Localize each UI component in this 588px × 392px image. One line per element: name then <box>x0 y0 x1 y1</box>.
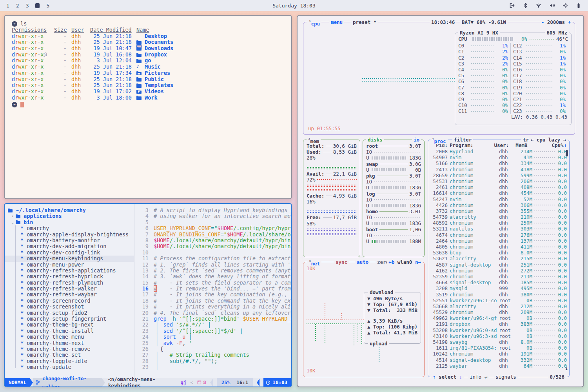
tree-item-omarchy-refresh-waybar[interactable]: *omarchy-refresh-waybar <box>5 292 134 298</box>
process-row[interactable]: 54907nvimdhh41M0.0 <box>430 154 567 160</box>
process-row[interactable]: 53638btopdhh8.0M0.0 <box>430 250 567 256</box>
tree-item-omarchy[interactable]: *omarchy <box>5 225 134 231</box>
preset-button[interactable]: preset * <box>351 19 378 25</box>
network-panel-title[interactable]: ³net <box>307 259 321 267</box>
cpu-temp: 46°C <box>556 36 568 42</box>
tree-item-omarchy-refresh-applications[interactable]: *omarchy-refresh-applications <box>5 268 134 274</box>
tree-item-omarchy-update[interactable]: *omarchy-update <box>5 364 134 370</box>
memory-panel-title[interactable]: ²mem <box>307 137 321 144</box>
wifi-icon[interactable] <box>535 2 542 9</box>
process-row[interactable]: 52551kworker/u96:1-coroot0B0.0 <box>430 298 567 303</box>
net-sync-button[interactable]: sync <box>334 259 349 265</box>
workspace-2[interactable]: 2 <box>16 3 19 9</box>
process-row[interactable]: 2413chromiumdhh438M0.0 <box>430 167 567 172</box>
process-row[interactable]: 2191dropboxdhh383M0.0 <box>430 321 567 327</box>
process-row[interactable]: 53211nautilusdhh303M0.0 <box>430 226 567 232</box>
tree-item-omarchy-setup-fido2[interactable]: *omarchy-setup-fido2 <box>5 310 134 316</box>
process-row[interactable]: 4162chromiumdhh272M0.0 <box>430 268 567 274</box>
prompt-line-2[interactable]: ➜ <box>12 102 284 108</box>
net-interface-switcher[interactable]: ←b wlan0 n→ <box>387 259 423 265</box>
file-size: - <box>54 52 67 58</box>
tree-item-omarchy-battery-monitor[interactable]: *omarchy-battery-monitor <box>5 238 134 243</box>
process-row[interactable]: 43140kworker/u96:3-sdroot0B0.0 <box>430 333 567 339</box>
tree-item-omarchy-menu-keybindings[interactable]: *omarchy-menu-keybindings <box>5 256 134 261</box>
process-row[interactable]: 49962kworker/u96:4-gfroot0B0.0 <box>430 315 567 321</box>
process-row[interactable]: 45529chromiumdhh209M0.0 <box>430 309 567 315</box>
tree-item-omarchy-refresh-walker[interactable]: *omarchy-refresh-walker <box>5 286 134 292</box>
process-row[interactable]: 48592chromiumdhh250M0.0 <box>430 220 567 226</box>
process-row[interactable]: 53208kworker/u96:0-sdroot0B0.0 <box>430 327 567 333</box>
process-row[interactable]: 16614chromiumdhh454M0.0 <box>430 190 567 196</box>
io-toggle[interactable]: io <box>412 137 421 143</box>
process-row[interactable]: 54531chromiumdhh206M0.0 <box>430 178 567 184</box>
process-row[interactable]: 4664signal-desktopdhh385M0.0 <box>430 279 567 285</box>
disks-title[interactable]: disks <box>366 137 384 143</box>
process-row[interactable]: 3732chromiumdhh355M0.0 <box>430 208 567 214</box>
process-row[interactable]: 53621alacrittydhh215M0.0 <box>430 256 567 261</box>
process-row[interactable]: 4805chromiumdhh411M0.0 <box>430 244 567 250</box>
process-row[interactable]: 54247nvimdhh52M0.0 <box>430 196 567 202</box>
battery-icon[interactable] <box>575 2 582 9</box>
code-line-29: 29 ▏ <box>134 364 292 370</box>
process-row[interactable]: 2461chromiumdhh408M0.0 <box>430 184 567 190</box>
process-row[interactable]: 52359chromiumdhh213M0.0 <box>430 274 567 279</box>
tree-item-omarchy-theme-remove[interactable]: *omarchy-theme-remove <box>5 346 134 352</box>
process-row[interactable]: 4587signal-desktopdhh251M0.0 <box>430 262 567 268</box>
process-row[interactable]: 4514signal-desktopdhh332M0.0 <box>430 357 567 363</box>
tree-item-omarchy-dev-add-migration[interactable]: *omarchy-dev-add-migration <box>5 243 134 249</box>
process-row[interactable]: 53668alacrittydhh212M0.0 <box>430 303 567 309</box>
process-row[interactable]: 4426chromiumdhh306M0.0 <box>430 202 567 208</box>
process-row[interactable]: 54739alacrittydhh210M0.0 <box>430 214 567 220</box>
process-row[interactable]: 5166chromiumdhh334M0.0 <box>430 160 567 166</box>
volume-icon[interactable] <box>549 2 555 9</box>
process-row[interactable]: 2125waybardhh64M0.0 <box>430 363 567 369</box>
process-row[interactable]: 4674chromiumdhh276M0.0 <box>430 232 567 238</box>
process-row[interactable]: 2008Hyprlanddhh234M0.0 <box>430 149 567 154</box>
process-row[interactable]: 3208mysqld999495M0.0 <box>430 285 567 291</box>
tree-item-omarchy-refresh-hyprlock[interactable]: *omarchy-refresh-hyprlock <box>5 274 134 279</box>
tree-item-omarchy-theme-install[interactable]: *omarchy-theme-install <box>5 328 134 334</box>
bluetooth-icon[interactable] <box>522 2 528 9</box>
tree-item-omarchy-menu-power[interactable]: *omarchy-menu-power <box>5 262 134 268</box>
workspace-3[interactable]: 3 <box>26 3 29 9</box>
workspace-5[interactable]: 5 <box>46 3 49 9</box>
workspace-4[interactable] <box>35 3 40 8</box>
scroll-down-icon[interactable]: ↓ <box>565 365 568 371</box>
tree-item-omarchy-setup-fingerprint[interactable]: *omarchy-setup-fingerprint <box>5 316 134 322</box>
tree-item-omarchy-apple-display-brightness[interactable]: *omarchy-apple-display-brightness <box>5 232 134 238</box>
tree-dir-applications[interactable]: ›applications <box>5 213 134 219</box>
process-row[interactable]: 3519chromiumdhh380M0.0 <box>430 292 567 298</box>
tree-item-omarchy-toggle-idle[interactable]: *omarchy-toggle-idle <box>5 358 134 364</box>
sort-selector[interactable]: ← cpu lazy → <box>529 137 568 143</box>
tree-item-omarchy-theme-bg-next[interactable]: *omarchy-theme-bg-next <box>5 322 134 328</box>
cpu-panel-title[interactable]: ¹cpu <box>307 19 321 27</box>
tree-dir-bin[interactable]: ⌄bin <box>5 220 134 225</box>
tree-item-omarchy-refresh-plymouth[interactable]: *omarchy-refresh-plymouth <box>5 280 134 286</box>
tree-item-omarchy-dev-config-link[interactable]: *omarchy-dev-config-link <box>5 250 134 256</box>
menu-button[interactable]: menu <box>329 19 344 25</box>
proc-scrollbar-thumb[interactable] <box>566 150 568 156</box>
code-editor[interactable]: 3# A script to display Hyprland keybindi… <box>134 204 292 378</box>
refresh-interval[interactable]: - 2000ms + <box>540 19 572 25</box>
process-row[interactable]: 1611irq/81-PIXA3854:root0B0.0 <box>430 345 567 351</box>
process-panel-title[interactable]: ⁴proc <box>430 137 448 144</box>
chevron-icon <box>257 379 260 387</box>
upload-total: ▲ Total: 41,3 MiB <box>367 330 417 336</box>
net-auto-button[interactable]: auto <box>355 259 370 265</box>
process-row[interactable]: 28659chromiumdhh599M0.0 <box>430 172 567 178</box>
process-row[interactable]: 2464chromiumdhh137M0.0 <box>430 238 567 244</box>
process-row[interactable]: 54198swaybgdhh8.0M0.0 <box>430 339 567 345</box>
tree-item-omarchy-theme-next[interactable]: *omarchy-theme-next <box>5 340 134 346</box>
sort-direction-icon[interactable]: ↑ <box>564 142 567 148</box>
settings-icon[interactable] <box>562 2 568 9</box>
filter-button[interactable]: filter <box>452 137 473 143</box>
tree-item-omarchy-screenshot[interactable]: *omarchy-screenshot <box>5 304 134 310</box>
logout-icon[interactable] <box>509 2 515 9</box>
tree-root[interactable]: ~/.local/share/omarchy <box>5 207 134 213</box>
workspace-1[interactable]: 1 <box>6 3 9 9</box>
tree-item-omarchy-screenrecord[interactable]: *omarchy-screenrecord <box>5 298 134 304</box>
file-name: go <box>136 58 284 64</box>
tree-item-omarchy-theme-set[interactable]: *omarchy-theme-set <box>5 352 134 358</box>
process-row[interactable]: 10242chromiumdhh191M0.0 <box>430 351 567 357</box>
tree-item-omarchy-theme-menu[interactable]: *omarchy-theme-menu <box>5 334 134 340</box>
